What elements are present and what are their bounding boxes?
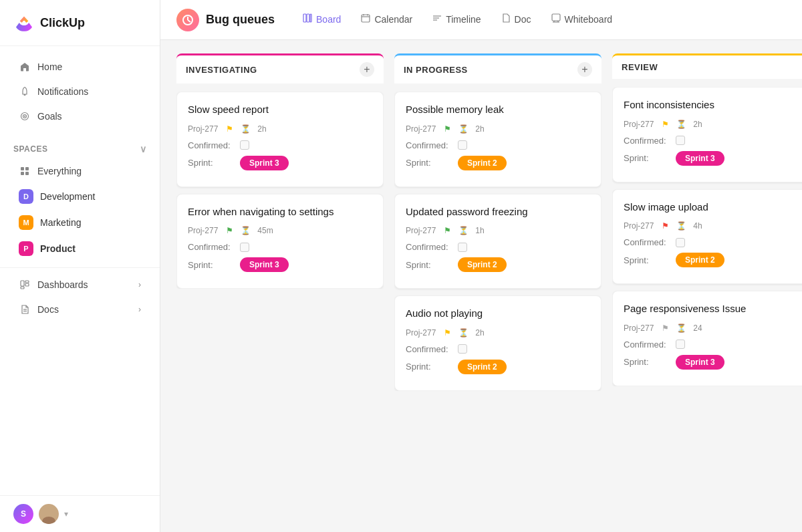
- everything-grid-icon: [19, 165, 31, 177]
- bell-icon: [19, 86, 31, 98]
- column-add-in-progress-button[interactable]: +: [577, 62, 592, 77]
- card-meta-error-navigating: Proj-277 ⚑ ⏳ 45m: [188, 226, 372, 235]
- card-password-freezing: Updated password freezing Proj-277 ⚑ ⏳ 1…: [394, 194, 602, 289]
- sprint-badge-page-responsiveness[interactable]: Sprint 3: [676, 355, 724, 370]
- doc-tab-icon: [501, 13, 511, 25]
- home-icon: [19, 61, 31, 73]
- sprint-row-memory-leak: Sprint: Sprint 2: [406, 156, 590, 170]
- card-meta-page-responsiveness: Proj-277 ⚑ ⏳ 24: [624, 323, 802, 333]
- confirmed-label-2: Confirmed:: [188, 242, 235, 252]
- tab-doc[interactable]: Doc: [492, 0, 541, 39]
- tab-calendar[interactable]: Calendar: [352, 0, 422, 39]
- tab-timeline[interactable]: Timeline: [423, 0, 490, 39]
- hourglass-icon-password-freezing: ⏳: [458, 226, 469, 235]
- sprint-badge-font-inconsistencies[interactable]: Sprint 3: [676, 151, 724, 166]
- confirmed-checkbox-slow-image-upload[interactable]: [676, 238, 685, 247]
- tab-whiteboard[interactable]: Whiteboard: [542, 0, 622, 39]
- tab-board[interactable]: Board: [293, 0, 350, 39]
- time-font-inconsistencies: 2h: [693, 120, 702, 129]
- column-add-investigating-button[interactable]: +: [360, 62, 374, 77]
- sprint-badge-audio-not-playing[interactable]: Sprint 2: [458, 360, 507, 374]
- sprint-badge-slow-speed[interactable]: Sprint 3: [240, 156, 289, 170]
- tab-doc-label: Doc: [515, 14, 531, 25]
- topbar-tabs: Board Calendar Timeline Doc: [293, 0, 622, 39]
- card-title-font-inconsistencies: Font inconsistencies: [624, 98, 802, 112]
- sidebar-item-notifications[interactable]: Notifications: [5, 80, 154, 104]
- column-title-investigating: INVESTIGATING: [186, 65, 257, 75]
- sprint-label-5: Sprint:: [406, 362, 452, 372]
- sidebar-item-goals-label: Goals: [37, 111, 62, 122]
- card-meta-slow-speed: Proj-277 ⚑ ⏳ 2h: [188, 124, 372, 134]
- confirmed-checkbox-audio-not-playing[interactable]: [458, 344, 467, 354]
- svg-rect-6: [21, 172, 24, 175]
- hourglass-icon-slow-image-upload: ⏳: [676, 221, 686, 231]
- svg-rect-20: [307, 14, 309, 22]
- sprint-badge-error-navigating[interactable]: Sprint 3: [240, 257, 289, 272]
- sidebar-item-docs[interactable]: Docs ›: [5, 297, 154, 321]
- card-proj-slow-speed: Proj-277: [188, 124, 218, 134]
- svg-rect-11: [21, 287, 24, 289]
- sprint-badge-password-freezing[interactable]: Sprint 2: [458, 257, 507, 272]
- confirmed-checkbox-error-navigating[interactable]: [240, 243, 249, 252]
- sprint-row-error-navigating: Sprint: Sprint 3: [188, 257, 372, 272]
- hourglass-icon-audio-not-playing: ⏳: [458, 328, 469, 338]
- topbar: Bug queues Board Calendar Timeline: [160, 0, 802, 40]
- sidebar-item-dashboards[interactable]: Dashboards ›: [5, 273, 154, 297]
- svg-line-18: [188, 20, 190, 22]
- sidebar-item-product[interactable]: P Product: [5, 236, 154, 261]
- sidebar-item-development[interactable]: D Development: [5, 184, 154, 209]
- sidebar-item-goals[interactable]: Goals: [5, 104, 154, 128]
- hourglass-icon-page-responsiveness: ⏳: [676, 323, 686, 333]
- tab-calendar-label: Calendar: [374, 14, 412, 25]
- sprint-row-audio-not-playing: Sprint: Sprint 2: [406, 360, 590, 374]
- sidebar-item-dashboards-label: Dashboards: [37, 279, 88, 290]
- flag-icon-slow-speed: ⚑: [225, 124, 234, 134]
- flag-icon-page-responsiveness: ⚑: [660, 323, 670, 333]
- sprint-badge-slow-image-upload[interactable]: Sprint 2: [676, 253, 724, 267]
- page-title-icon: [176, 9, 199, 31]
- sidebar-item-everything[interactable]: Everything: [5, 159, 154, 183]
- confirmed-checkbox-slow-speed[interactable]: [240, 140, 249, 150]
- card-proj-font-inconsistencies: Proj-277: [624, 120, 654, 129]
- confirmed-checkbox-password-freezing[interactable]: [458, 243, 467, 252]
- card-title-memory-leak: Possible memory leak: [406, 103, 590, 116]
- svg-rect-10: [25, 281, 29, 283]
- sidebar-item-marketing[interactable]: M Marketing: [5, 210, 154, 235]
- time-slow-speed: 2h: [257, 124, 266, 134]
- board-tab-icon: [303, 13, 312, 25]
- card-meta-password-freezing: Proj-277 ⚑ ⏳ 1h: [406, 226, 590, 235]
- hourglass-icon-error-navigating: ⏳: [241, 226, 251, 235]
- sidebar-sections: Dashboards › Docs ›: [0, 267, 160, 326]
- svg-point-3: [24, 116, 25, 117]
- column-header-investigating: INVESTIGATING +: [176, 53, 384, 84]
- user-avatar-photo[interactable]: [39, 504, 59, 524]
- column-title-review: REVIEW: [622, 62, 658, 72]
- sidebar-item-home[interactable]: Home: [5, 55, 154, 79]
- confirmed-checkbox-page-responsiveness[interactable]: [676, 340, 685, 349]
- time-memory-leak: 2h: [475, 124, 484, 134]
- sprint-label: Sprint:: [188, 158, 235, 168]
- user-dropdown-icon[interactable]: ▾: [64, 509, 68, 519]
- column-title-in-progress: IN PROGRESS: [404, 65, 468, 75]
- confirmed-row-error-navigating: Confirmed:: [188, 242, 372, 252]
- confirmed-label-5: Confirmed:: [406, 344, 452, 354]
- hourglass-icon-font-inconsistencies: ⏳: [676, 120, 686, 129]
- svg-point-15: [42, 517, 55, 524]
- logo: ClickUp: [0, 0, 160, 46]
- column-header-review: REVIEW: [612, 53, 802, 79]
- clickup-logo-icon: [13, 12, 35, 33]
- confirmed-row-audio-not-playing: Confirmed:: [406, 344, 590, 354]
- card-slow-image-upload: Slow image upload Proj-277 ⚑ ⏳ 4h Confir…: [612, 189, 802, 285]
- svg-rect-7: [25, 172, 29, 175]
- card-title-error-navigating: Error when navigating to settings: [188, 205, 372, 219]
- confirmed-label-3: Confirmed:: [406, 140, 452, 150]
- card-title-slow-image-upload: Slow image upload: [624, 201, 802, 214]
- user-avatar-initial[interactable]: S: [13, 504, 33, 524]
- confirmed-checkbox-memory-leak[interactable]: [458, 140, 467, 150]
- sprint-badge-memory-leak[interactable]: Sprint 2: [458, 156, 507, 170]
- confirmed-row-password-freezing: Confirmed:: [406, 242, 590, 252]
- confirmed-checkbox-font-inconsistencies[interactable]: [676, 136, 685, 145]
- marketing-badge: M: [19, 215, 33, 230]
- confirmed-label-6: Confirmed:: [624, 136, 670, 146]
- confirmed-row-slow-image-upload: Confirmed:: [624, 237, 802, 247]
